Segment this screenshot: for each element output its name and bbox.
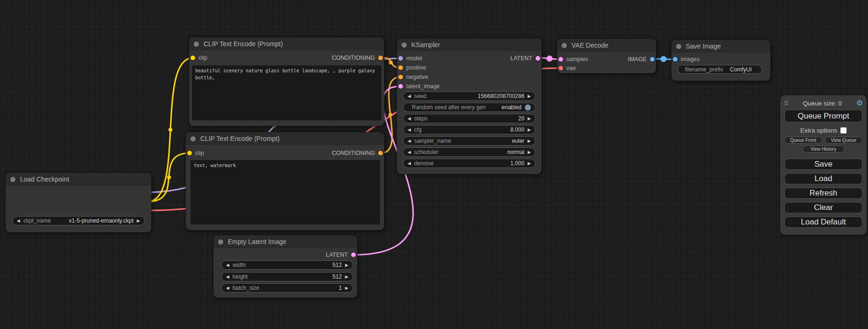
latent-port-dot[interactable] — [351, 252, 356, 257]
widget-denoise[interactable]: ◀ denoise 1.000 ▶ — [403, 159, 536, 168]
decrement-arrow-icon[interactable]: ◀ — [226, 274, 229, 279]
input-slot-clip[interactable]: clip — [191, 55, 207, 61]
latent-port-dot[interactable] — [536, 56, 540, 61]
increment-arrow-icon[interactable]: ▶ — [528, 127, 531, 132]
view-queue-button[interactable]: View Queue — [825, 137, 863, 144]
input-slot-images[interactable]: images — [671, 55, 770, 63]
increment-arrow-icon[interactable]: ▶ — [137, 218, 140, 223]
input-slot-negative[interactable]: negative — [397, 73, 542, 81]
widget-steps[interactable]: ◀ steps 20 ▶ — [403, 114, 536, 123]
increment-arrow-icon[interactable]: ▶ — [528, 94, 531, 98]
node-title-bar[interactable]: VAE Decode — [557, 39, 656, 52]
node-title-bar[interactable]: Save Image — [671, 40, 770, 53]
decrement-arrow-icon[interactable]: ◀ — [408, 150, 411, 154]
increment-arrow-icon[interactable]: ▶ — [528, 150, 531, 154]
node-title-bar[interactable]: CLIP Text Encode (Prompt) — [186, 132, 384, 145]
decrement-arrow-icon[interactable]: ◀ — [226, 263, 229, 267]
clip-port-dot[interactable] — [187, 151, 192, 155]
decrement-arrow-icon[interactable]: ◀ — [17, 218, 20, 223]
node-title-bar[interactable]: Load Checkpoint — [6, 173, 151, 186]
node-vae-decode[interactable]: VAE Decode samples IMAGE vae — [557, 39, 656, 73]
input-slot-latent-image[interactable]: latent_image — [397, 82, 542, 91]
settings-gear-icon[interactable]: ⚙ — [856, 99, 863, 107]
input-slot-samples[interactable]: samples — [558, 56, 588, 63]
prompt-textarea[interactable]: beautiful scenery nature glass bottle la… — [192, 65, 381, 120]
collapse-dot[interactable] — [402, 42, 407, 48]
conditioning-port-dot[interactable] — [378, 151, 383, 155]
save-button[interactable]: Save — [784, 159, 862, 170]
latent-port-dot[interactable] — [558, 57, 563, 62]
conditioning-port-dot[interactable] — [378, 56, 383, 60]
node-clip-text-encode-positive[interactable]: CLIP Text Encode (Prompt) clip CONDITION… — [189, 37, 384, 126]
load-button[interactable]: Load — [784, 173, 862, 184]
widget-width[interactable]: ◀ width 512 ▶ — [221, 260, 353, 270]
widget-scheduler[interactable]: ◀ scheduler normal ▶ — [403, 147, 536, 157]
vae-port-dot[interactable] — [558, 66, 563, 70]
widget-value: 1 — [339, 285, 342, 291]
view-history-button[interactable]: View History — [803, 146, 845, 153]
collapse-dot[interactable] — [194, 42, 199, 47]
decrement-arrow-icon[interactable]: ◀ — [226, 286, 229, 290]
load-default-button[interactable]: Load Default — [784, 217, 862, 228]
queue-prompt-button[interactable]: Queue Prompt — [784, 110, 862, 122]
queue-front-button[interactable]: Queue Front — [784, 137, 822, 144]
input-slot-clip[interactable]: clip — [187, 150, 204, 156]
widget-seed[interactable]: ◀ seed 156680208700286 ▶ — [403, 91, 536, 101]
input-slot-model[interactable]: model — [398, 55, 422, 62]
extra-options-checkbox[interactable] — [840, 127, 847, 133]
widget-batch-size[interactable]: ◀ batch_size 1 ▶ — [221, 283, 353, 293]
node-title-bar[interactable]: Empty Latent Image — [213, 235, 357, 248]
link-dot — [169, 128, 173, 132]
random-seed-toggle[interactable] — [525, 105, 531, 111]
collapse-dot[interactable] — [218, 239, 223, 245]
node-empty-latent-image[interactable]: Empty Latent Image LATENT ◀ width 512 ▶ … — [213, 235, 357, 298]
increment-arrow-icon[interactable]: ▶ — [345, 263, 348, 267]
output-slot-latent[interactable]: LATENT — [510, 55, 540, 62]
increment-arrow-icon[interactable]: ▶ — [345, 286, 348, 290]
input-slot-vae[interactable]: vae — [557, 64, 656, 72]
node-clip-text-encode-negative[interactable]: CLIP Text Encode (Prompt) clip CONDITION… — [186, 132, 384, 230]
output-slot-latent[interactable]: LATENT — [213, 251, 357, 259]
model-port-dot[interactable] — [398, 56, 403, 61]
collapse-dot[interactable] — [10, 177, 15, 182]
decrement-arrow-icon[interactable]: ◀ — [408, 127, 411, 132]
latent-port-dot[interactable] — [398, 84, 403, 89]
decrement-arrow-icon[interactable]: ◀ — [408, 139, 411, 143]
widget-random-seed[interactable]: Random seed after every gen enabled — [403, 103, 536, 112]
node-ksampler[interactable]: KSampler model LATENT positive negative … — [397, 38, 542, 174]
output-slot-conditioning[interactable]: CONDITIONING — [332, 55, 383, 61]
widget-filename-prefix[interactable]: filename_prefix ComfyUI — [677, 65, 762, 74]
refresh-button[interactable]: Refresh — [784, 188, 862, 199]
decrement-arrow-icon[interactable]: ◀ — [408, 116, 411, 121]
image-port-dot[interactable] — [673, 57, 677, 62]
input-slot-positive[interactable]: positive — [397, 63, 542, 72]
node-load-checkpoint[interactable]: Load Checkpoint MODEL CLIP VAE ◀ ckpt_na… — [6, 173, 151, 232]
conditioning-port-dot[interactable] — [398, 75, 403, 79]
output-slot-image[interactable]: IMAGE — [628, 56, 655, 63]
collapse-dot[interactable] — [676, 44, 681, 49]
collapse-dot[interactable] — [191, 136, 196, 141]
widget-label: batch_size — [233, 285, 259, 291]
decrement-arrow-icon[interactable]: ◀ — [408, 94, 411, 98]
node-save-image[interactable]: Save Image images filename_prefix ComfyU… — [671, 40, 770, 81]
clear-button[interactable]: Clear — [784, 202, 862, 213]
increment-arrow-icon[interactable]: ▶ — [528, 139, 531, 143]
widget-cfg[interactable]: ◀ cfg 8.000 ▶ — [403, 125, 536, 134]
increment-arrow-icon[interactable]: ▶ — [345, 274, 348, 279]
widget-height[interactable]: ◀ height 512 ▶ — [221, 272, 353, 281]
prompt-textarea[interactable]: text, watermark — [191, 160, 380, 224]
drag-handle-icon[interactable]: ⠿ — [784, 100, 789, 107]
increment-arrow-icon[interactable]: ▶ — [528, 116, 531, 121]
conditioning-port-dot[interactable] — [398, 65, 403, 70]
image-port-dot[interactable] — [650, 57, 655, 62]
node-title-bar[interactable]: KSampler — [397, 38, 542, 51]
decrement-arrow-icon[interactable]: ◀ — [408, 161, 411, 166]
collapse-dot[interactable] — [562, 43, 567, 48]
widget-ckpt-name[interactable]: ◀ ckpt_name v1-5-pruned-emaonly.ckpt ▶ — [12, 216, 145, 225]
node-title-bar[interactable]: CLIP Text Encode (Prompt) — [189, 37, 384, 50]
increment-arrow-icon[interactable]: ▶ — [528, 161, 531, 166]
widget-sampler-name[interactable]: ◀ sampler_name euler ▶ — [403, 136, 536, 146]
output-slot-conditioning[interactable]: CONDITIONING — [332, 150, 383, 156]
node-graph-canvas[interactable]: Load Checkpoint MODEL CLIP VAE ◀ ckpt_na… — [0, 0, 868, 329]
clip-port-dot[interactable] — [191, 56, 195, 60]
